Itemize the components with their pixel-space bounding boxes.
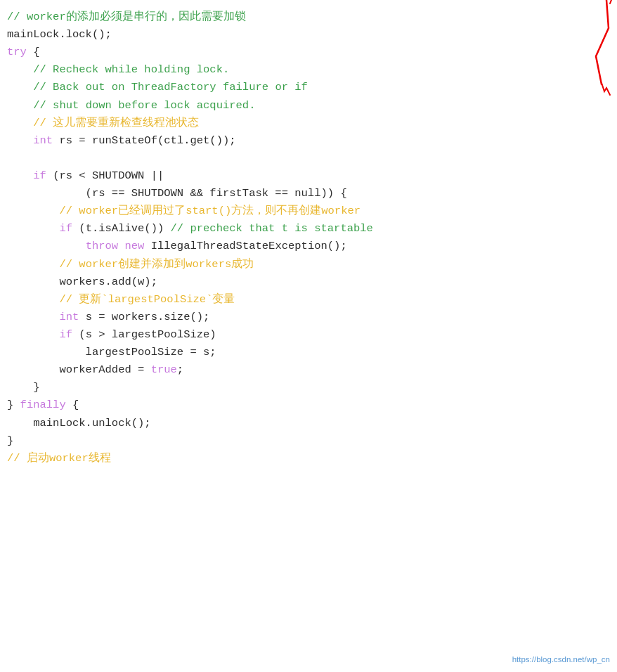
code-token: // 启动worker线程	[7, 450, 111, 467]
code-line: mainLock.unlock();	[0, 415, 617, 432]
code-token: throw	[86, 238, 119, 255]
code-token: IllegalThreadStateException();	[144, 238, 346, 255]
code-line: }	[0, 379, 617, 396]
code-token: // Back out on ThreadFactory failure	[33, 79, 275, 96]
code-line: if (rs < SHUTDOWN ||	[0, 167, 617, 185]
code-token: mainLock.unlock();	[7, 415, 151, 432]
code-line: if (s > largestPoolSize)	[0, 326, 617, 344]
code-token: ;	[177, 361, 183, 379]
code-token: int	[33, 132, 53, 150]
code-token: if	[59, 220, 72, 238]
code-token: or	[275, 79, 288, 96]
code-token: largestPoolSize = s;	[7, 344, 216, 361]
code-token: (rs < SHUTDOWN ||	[46, 167, 164, 185]
code-token: s = workers.size();	[79, 309, 209, 326]
code-token: if	[288, 79, 308, 96]
code-line: if (t.isAlive()) // precheck that t is s…	[0, 220, 617, 238]
code-token	[7, 256, 59, 273]
code-token	[7, 238, 86, 255]
code-line: workers.add(w);	[0, 273, 617, 291]
code-token	[7, 97, 33, 115]
code-token: // 更新`largestPoolSize`变量	[59, 291, 235, 309]
code-token	[118, 238, 124, 255]
code-token	[7, 202, 59, 220]
code-token: // 这儿需要重新检查线程池状态	[33, 115, 199, 132]
code-token	[7, 132, 33, 150]
code-token: // worker的添加必须是串行的，因此需要加锁	[7, 8, 246, 26]
code-line: (rs == SHUTDOWN && firstTask == null)) {	[0, 185, 617, 202]
code-token: true	[151, 361, 177, 379]
code-token	[7, 291, 59, 309]
code-token: int	[59, 309, 79, 326]
code-token: (s > largestPoolSize)	[72, 326, 216, 344]
code-line: // Recheck while holding lock.	[0, 61, 617, 79]
code-token: workers.add(w);	[7, 273, 157, 291]
code-token: workerAdded =	[7, 361, 151, 379]
code-token	[7, 167, 33, 185]
code-line: largestPoolSize = s;	[0, 344, 617, 361]
code-line: // worker已经调用过了start()方法，则不再创建worker	[0, 202, 617, 220]
code-token: // shut down before lock acquired.	[33, 97, 255, 115]
code-line: mainLock.lock();	[0, 26, 617, 44]
code-token: }	[7, 396, 20, 414]
code-line: // worker的添加必须是串行的，因此需要加锁	[0, 8, 617, 26]
code-token: new	[124, 238, 144, 255]
code-line: int rs = runStateOf(ctl.get());	[0, 132, 617, 150]
code-line: workerAdded = true;	[0, 361, 617, 379]
code-token	[7, 79, 33, 96]
watermark: https://blog.csdn.net/wp_cn	[512, 654, 610, 666]
code-token: {	[27, 44, 40, 61]
code-token: if	[33, 167, 46, 185]
code-line: // 更新`largestPoolSize`变量	[0, 291, 617, 309]
code-token: }	[7, 432, 13, 450]
code-token	[7, 61, 33, 79]
code-token: mainLock.lock();	[7, 26, 112, 44]
code-token: {	[66, 396, 79, 414]
code-token: }	[7, 379, 40, 396]
code-line: } finally {	[0, 396, 617, 414]
code-line: throw new IllegalThreadStateException();	[0, 238, 617, 255]
code-token: try	[7, 44, 27, 61]
code-token	[7, 309, 59, 326]
code-token: rs = runStateOf(ctl.get());	[53, 132, 235, 150]
code-line	[0, 150, 617, 167]
code-token: (t.isAlive())	[72, 220, 171, 238]
code-line: // shut down before lock acquired.	[0, 97, 617, 115]
code-token	[7, 326, 59, 344]
code-token	[7, 220, 59, 238]
code-token	[7, 115, 33, 132]
code-line: int s = workers.size();	[0, 309, 617, 326]
code-viewer: // worker的添加必须是串行的，因此需要加锁mainLock.lock()…	[0, 0, 617, 672]
code-token: // Recheck while holding lock.	[33, 61, 229, 79]
code-token: // precheck that t is startable	[171, 220, 373, 238]
code-line: // 这儿需要重新检查线程池状态	[0, 115, 617, 132]
code-token: if	[59, 326, 72, 344]
code-line: try {	[0, 44, 617, 61]
code-line: // 启动worker线程	[0, 450, 617, 467]
code-line: // Back out on ThreadFactory failure or …	[0, 79, 617, 96]
code-line: // worker创建并添加到workers成功	[0, 256, 617, 273]
code-token: // worker已经调用过了start()方法，则不再创建worker	[59, 202, 361, 220]
code-line: }	[0, 432, 617, 450]
code-token: // worker创建并添加到workers成功	[59, 256, 254, 273]
code-token: (rs == SHUTDOWN && firstTask == null)) {	[7, 185, 347, 202]
code-token: finally	[20, 396, 66, 414]
code-block: // worker的添加必须是串行的，因此需要加锁mainLock.lock()…	[0, 8, 617, 467]
